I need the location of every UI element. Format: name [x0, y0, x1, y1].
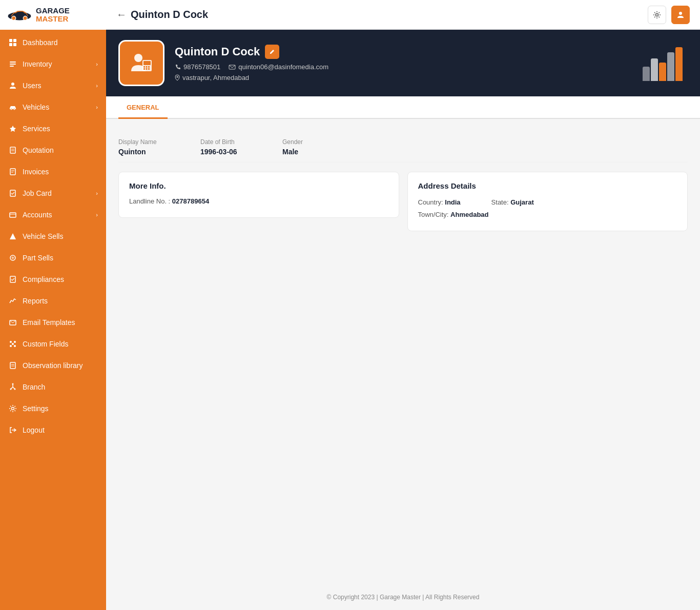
- banner-chart: [643, 45, 688, 81]
- logo-garage: GARAGE: [36, 7, 70, 15]
- quotation-icon: [8, 146, 17, 155]
- sidebar-item-label: Settings: [23, 404, 49, 413]
- sidebar-item-label: Observation library: [23, 361, 83, 370]
- sidebar-item-part-sells[interactable]: Part Sells: [0, 247, 106, 269]
- chevron-right-icon: ›: [96, 61, 98, 67]
- dashboard-icon: [8, 38, 17, 47]
- svg-rect-49: [143, 68, 145, 70]
- svg-rect-6: [13, 43, 16, 46]
- svg-point-31: [14, 345, 16, 347]
- svg-point-43: [134, 54, 142, 62]
- city-row: Town/City: Ahmedabad: [418, 211, 677, 218]
- sidebar-item-label: Logout: [23, 426, 45, 434]
- svg-rect-4: [13, 39, 16, 42]
- sidebar-item-label: Email Templates: [23, 318, 75, 327]
- chevron-right-icon: ›: [96, 83, 98, 89]
- sidebar-item-jobcard[interactable]: Job Card ›: [0, 182, 106, 204]
- back-button[interactable]: ← Quinton D Cock: [116, 9, 208, 21]
- sidebar-item-dashboard[interactable]: Dashboard: [0, 32, 106, 53]
- more-info-card-inner: More Info. Landline No. : 0278789654: [118, 172, 399, 218]
- svg-rect-9: [10, 66, 14, 67]
- sidebar-item-label: Vehicle Sells: [23, 232, 63, 240]
- sidebar-item-observation-library[interactable]: Observation library: [0, 355, 106, 376]
- svg-rect-8: [10, 64, 16, 65]
- profile-edit-button[interactable]: [265, 45, 279, 59]
- sidebar-item-branch[interactable]: Branch: [0, 376, 106, 398]
- logo: GARAGE MASTER: [0, 0, 106, 30]
- sidebar-item-email-templates[interactable]: Email Templates: [0, 312, 106, 333]
- settings-gear-icon: [653, 11, 661, 19]
- sidebar-item-invoices[interactable]: Invoices: [0, 161, 106, 182]
- svg-point-42: [679, 12, 682, 15]
- phone-icon: [175, 64, 181, 70]
- chart-bar-4: [667, 52, 674, 81]
- profile-name: Quinton D Cock: [175, 45, 260, 58]
- profile-contact: 9876578501 quinton06@dasinfomedia.com: [175, 63, 643, 71]
- sidebar-item-label: Vehicles: [23, 103, 49, 111]
- svg-point-41: [656, 13, 658, 16]
- back-arrow-icon: ←: [116, 9, 127, 21]
- gender-field: Gender Male: [282, 138, 344, 156]
- sidebar-item-label: Accounts: [23, 211, 52, 219]
- display-name-field: Display Name Quinton: [118, 138, 180, 156]
- reports-icon: [8, 296, 17, 306]
- chevron-right-icon: ›: [96, 212, 98, 218]
- sidebar-item-logout[interactable]: Logout: [0, 419, 106, 441]
- svg-point-2: [23, 16, 27, 20]
- gender-label: Gender: [282, 138, 344, 146]
- country-value: India: [445, 198, 460, 206]
- edit-icon: [269, 49, 275, 55]
- header-actions: [648, 6, 690, 24]
- tab-general[interactable]: GENERAL: [118, 96, 168, 119]
- svg-point-54: [177, 76, 178, 78]
- user-button[interactable]: [671, 6, 690, 24]
- cards-row: More Info. Landline No. : 0278789654 Add…: [118, 172, 688, 231]
- svg-point-37: [10, 389, 12, 390]
- sidebar-item-services[interactable]: Services: [0, 118, 106, 139]
- logo-text: GARAGE MASTER: [36, 7, 70, 24]
- gender-value: Male: [282, 148, 344, 156]
- svg-point-10: [11, 83, 14, 86]
- accounts-icon: [8, 210, 17, 219]
- svg-point-12: [14, 109, 15, 110]
- svg-rect-7: [10, 62, 16, 63]
- sidebar-item-quotation[interactable]: Quotation: [0, 139, 106, 161]
- sidebar-item-label: Quotation: [23, 146, 54, 154]
- jobcard-icon: [8, 189, 17, 198]
- sidebar-item-inventory[interactable]: Inventory ›: [0, 53, 106, 75]
- landline-value: 0278789654: [172, 197, 209, 205]
- email-templates-icon: [8, 318, 17, 327]
- profile-banner: Quinton D Cock 9876578501 quinton06@dasi…: [106, 30, 700, 96]
- sidebar-item-vehicle-sells[interactable]: Vehicle Sells: [0, 226, 106, 247]
- sidebar-item-reports[interactable]: Reports: [0, 290, 106, 312]
- sidebar-item-custom-fields[interactable]: Custom Fields: [0, 333, 106, 355]
- sidebar-item-compliances[interactable]: Compliances: [0, 269, 106, 290]
- sidebar-item-label: Users: [23, 82, 42, 90]
- dob-field: Date of Birth 1996-03-06: [200, 138, 262, 156]
- more-info-card: More Info. Landline No. : 0278789654: [118, 172, 399, 231]
- sidebar-item-label: Custom Fields: [23, 340, 68, 348]
- dob-label: Date of Birth: [200, 138, 262, 146]
- svg-point-11: [11, 109, 12, 110]
- sidebar-item-label: Inventory: [23, 60, 52, 68]
- address-title: Address Details: [418, 181, 677, 190]
- sidebar-item-accounts[interactable]: Accounts ›: [0, 204, 106, 226]
- svg-rect-33: [10, 362, 15, 369]
- address-card: Address Details Country: India State: Gu…: [407, 172, 688, 231]
- profile-location: vastrapur, Ahmedabad: [175, 74, 643, 82]
- sidebar-item-settings[interactable]: Settings: [0, 398, 106, 419]
- sidebar-item-users[interactable]: Users ›: [0, 75, 106, 96]
- svg-point-39: [12, 408, 14, 410]
- profile-name-row: Quinton D Cock: [175, 45, 643, 59]
- svg-rect-13: [10, 147, 15, 153]
- sidebar-item-vehicles[interactable]: Vehicles ›: [0, 96, 106, 118]
- content-area: GENERAL Display Name Quinton Date of Bir…: [106, 96, 700, 584]
- svg-marker-22: [10, 233, 16, 239]
- settings-icon: [8, 404, 17, 413]
- svg-rect-45: [143, 61, 151, 65]
- logout-icon: [8, 425, 17, 435]
- settings-button[interactable]: [648, 6, 666, 24]
- inventory-icon: [8, 59, 17, 69]
- branch-icon: [8, 382, 17, 392]
- svg-point-32: [12, 343, 14, 345]
